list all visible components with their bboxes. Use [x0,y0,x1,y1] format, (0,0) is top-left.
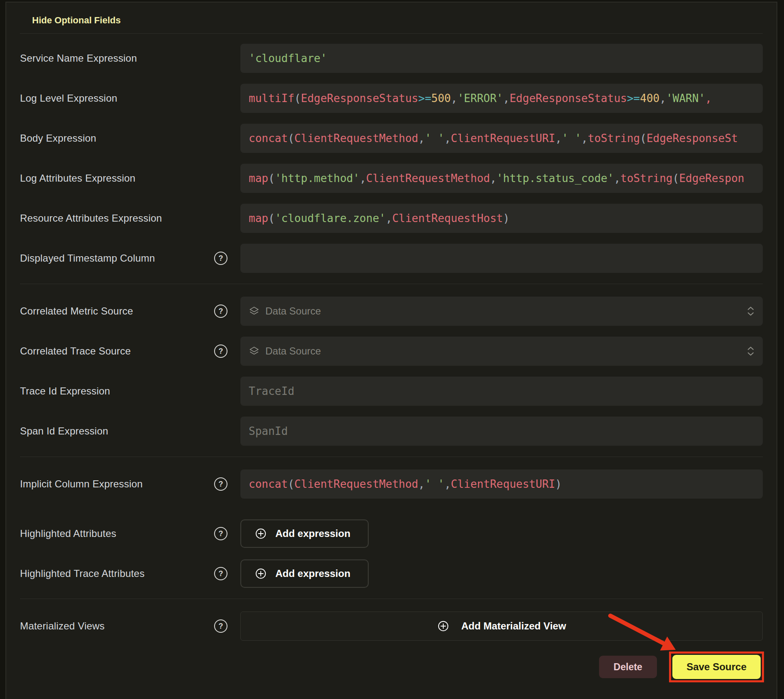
help-icon[interactable]: ? [214,619,227,633]
highlighted-trace-attributes-label: Highlighted Trace Attributes [20,568,145,579]
materialized-views-row: Materialized Views ? Add Materialized Vi… [20,612,763,641]
correlated-trace-source-select[interactable]: Data Source [240,337,763,366]
hide-optional-fields-link[interactable]: Hide Optional Fields [32,15,121,26]
correlated-trace-source-label: Correlated Trace Source [20,345,131,357]
trace-id-input[interactable]: TraceId [240,377,763,406]
layers-icon [249,346,260,357]
plus-circle-icon [255,527,267,540]
add-materialized-view-label: Add Materialized View [461,620,566,632]
annotation-highlight-box: Save Source [669,652,764,682]
save-source-button[interactable]: Save Source [672,655,761,679]
add-expression-label: Add expression [275,568,350,579]
section-divider [20,33,763,34]
highlighted-trace-attributes-row: Highlighted Trace Attributes ? Add expre… [20,559,763,588]
displayed-timestamp-input[interactable] [240,244,763,273]
resource-attributes-input[interactable]: map('cloudflare.zone', ClientRequestHost… [240,204,763,233]
plus-circle-icon [437,620,449,632]
displayed-timestamp-row: Displayed Timestamp Column ? [20,244,763,273]
implicit-column-input[interactable]: concat(ClientRequestMethod, ' ', ClientR… [240,469,763,499]
displayed-timestamp-label: Displayed Timestamp Column [20,252,155,264]
correlated-metric-source-row: Correlated Metric Source ? Data Source [20,297,763,326]
correlated-metric-source-label: Correlated Metric Source [20,305,133,317]
add-expression-button[interactable]: Add expression [240,559,369,588]
trace-id-label: Trace Id Expression [20,385,110,397]
source-settings-panel: Hide Optional Fields Service Name Expres… [5,2,777,699]
correlated-trace-source-row: Correlated Trace Source ? Data Source [20,337,763,366]
service-name-label: Service Name Expression [20,52,137,64]
chevron-up-down-icon [746,346,755,357]
chevron-up-down-icon [746,306,755,317]
log-level-label: Log Level Expression [20,92,117,104]
span-id-row: Span Id Expression SpanId [20,417,763,446]
materialized-views-label: Materialized Views [20,620,105,632]
help-icon[interactable]: ? [214,252,227,265]
help-icon[interactable]: ? [214,305,227,318]
log-attributes-input[interactable]: map('http.method', ClientRequestMethod, … [240,164,763,193]
log-level-row: Log Level Expression multiIf(EdgeRespons… [20,84,763,113]
add-materialized-view-button[interactable]: Add Materialized View [240,612,763,641]
highlighted-attributes-row: Highlighted Attributes ? Add expression [20,519,763,548]
select-placeholder: Data Source [265,345,746,357]
span-id-label: Span Id Expression [20,425,108,437]
correlated-metric-source-select[interactable]: Data Source [240,297,763,326]
body-expression-row: Body Expression concat(ClientRequestMeth… [20,124,763,153]
select-placeholder: Data Source [265,305,746,317]
body-expression-label: Body Expression [20,132,96,144]
highlighted-attributes-label: Highlighted Attributes [20,528,116,539]
add-expression-label: Add expression [275,528,350,539]
log-level-input[interactable]: multiIf(EdgeResponseStatus >= 500, 'ERRO… [240,84,763,113]
add-expression-button[interactable]: Add expression [240,519,369,548]
resource-attributes-label: Resource Attributes Expression [20,212,162,224]
help-icon[interactable]: ? [214,345,227,358]
help-icon[interactable]: ? [214,527,227,540]
delete-button[interactable]: Delete [599,656,657,678]
section-divider [20,599,763,599]
help-icon[interactable]: ? [214,477,227,491]
body-expression-input[interactable]: concat(ClientRequestMethod, ' ', ClientR… [240,124,763,153]
section-divider [20,457,763,457]
service-name-input[interactable]: 'cloudflare' [240,44,763,73]
plus-circle-icon [255,567,267,580]
resource-attributes-row: Resource Attributes Expression map('clou… [20,204,763,233]
implicit-column-label: Implicit Column Expression [20,478,143,490]
span-id-input[interactable]: SpanId [240,417,763,446]
implicit-column-row: Implicit Column Expression ? concat(Clie… [20,469,763,499]
trace-id-row: Trace Id Expression TraceId [20,377,763,406]
help-icon[interactable]: ? [214,567,227,580]
service-name-row: Service Name Expression 'cloudflare' [20,44,763,73]
form-actions: Delete Save Source [20,652,763,682]
section-divider [20,284,763,284]
layers-icon [249,306,260,317]
log-attributes-label: Log Attributes Expression [20,172,135,184]
log-attributes-row: Log Attributes Expression map('http.meth… [20,164,763,193]
